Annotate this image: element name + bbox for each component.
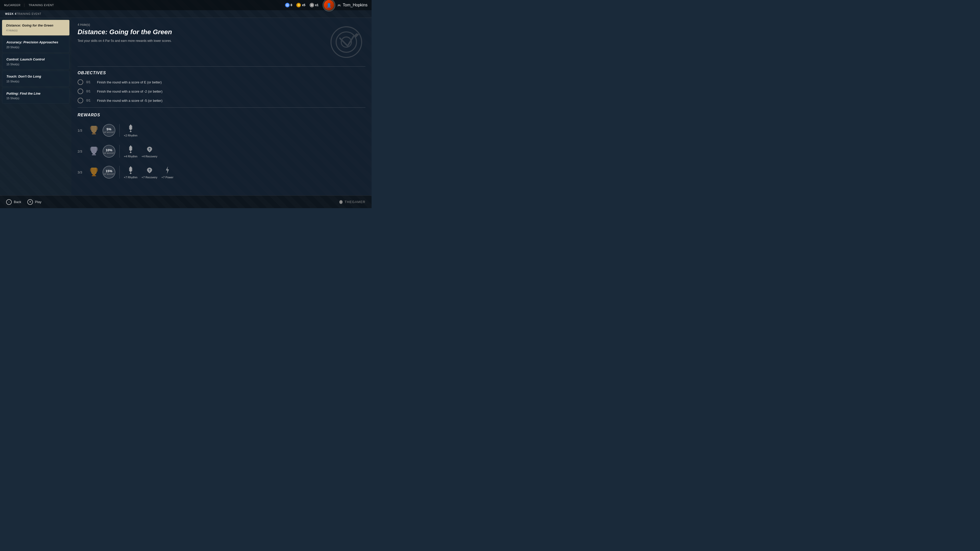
xp-badge-1: 10% XP BOOST <box>103 145 115 158</box>
back-button[interactable]: ○ Back <box>6 199 21 205</box>
reward-item-1-0: +4 Rhythm <box>124 144 138 158</box>
training-event-label: TRAINING EVENT <box>16 13 41 15</box>
sidebar-item-2[interactable]: Control: Launch Control 15 Shot(s) <box>2 54 69 70</box>
svg-rect-5 <box>93 132 95 133</box>
objective-1: 0/1 Finish the round with a score of -2 … <box>78 89 366 94</box>
bottom-buttons: ○ Back ✕ Play <box>6 199 41 205</box>
sidebar-item-4[interactable]: Putting: Find the Line 15 Shot(s) <box>2 88 69 104</box>
content-header: 4 Hole(s) Distance: Going for the Green … <box>78 23 366 61</box>
sidebar-item-sub-2: 15 Shot(s) <box>6 63 65 66</box>
user-info: 👤 🎮 Tom_Hopkins <box>323 0 368 11</box>
back-label: Back <box>14 200 21 204</box>
top-bar-right: V 8 🪙 x5 ★ x1 👤 🎮 Tom_Hopkins <box>285 0 368 11</box>
play-label: Play <box>35 200 41 204</box>
star-currency: ★ x1 <box>310 3 318 7</box>
xp-badge-2: 15% XP BOOST <box>103 166 115 179</box>
coin-currency: 🪙 x5 <box>296 3 305 7</box>
svg-rect-7 <box>93 153 95 154</box>
reward-text-2-1: +7 Recovery <box>142 176 158 179</box>
power-icon-2 <box>163 165 172 175</box>
brand-text: THEGAMER <box>345 200 366 204</box>
username: 🎮 Tom_Hopkins <box>337 3 368 7</box>
vc-count: 8 <box>291 3 293 7</box>
obj-circle-0 <box>78 79 83 85</box>
week-label: WEEK 4 <box>5 13 16 15</box>
avatar-inner: 👤 <box>324 0 334 10</box>
username-text: Tom_Hopkins <box>343 3 368 7</box>
objective-0: 0/1 Finish the round with a score of E (… <box>78 79 366 85</box>
event-icon <box>327 23 366 61</box>
reward-row-2: 3/3 15% XP BOOST <box>78 163 366 181</box>
xp-label-2: XP BOOST <box>104 173 115 175</box>
avatar: 👤 <box>323 0 335 11</box>
coin-icon: 🪙 <box>296 3 301 7</box>
sidebar-item-0[interactable]: Distance: Going for the Green 4 Hole(s) <box>2 20 69 35</box>
xp-pct-0: 5% <box>107 127 111 131</box>
sidebar-item-title-1: Accuracy: Precision Approaches <box>6 40 65 44</box>
xp-label-1: XP BOOST <box>104 152 115 154</box>
reward-text-2-0: +7 Rhythm <box>124 176 138 179</box>
content-info: 4 Hole(s) Distance: Going for the Green … <box>78 23 327 43</box>
vc-icon: V <box>285 3 290 7</box>
target-svg <box>330 25 363 59</box>
star-count: x1 <box>315 3 318 7</box>
main-layout: Distance: Going for the Green 4 Hole(s) … <box>0 18 372 195</box>
coin-count: x5 <box>302 3 305 7</box>
sidebar-item-title-3: Touch: Don't Go Long <box>6 75 65 79</box>
reward-tier-2: 3/3 <box>78 170 85 174</box>
sidebar-item-title-2: Control: Launch Control <box>6 57 65 62</box>
trophy-icon-1 <box>89 146 99 157</box>
reward-item-0-0: +2 Rhythm <box>124 124 138 137</box>
vc-currency: V 8 <box>285 3 293 7</box>
rewards-section: REWARDS 1/3 5% XP BOOST <box>78 113 366 181</box>
username-container: 🎮 Tom_Hopkins <box>337 3 368 7</box>
svg-rect-10 <box>93 174 95 175</box>
sidebar: Distance: Going for the Green 4 Hole(s) … <box>0 18 72 195</box>
nav-mycareer[interactable]: MyCAREER <box>4 3 21 6</box>
reward-item-2-2: +7 Power <box>162 165 173 179</box>
sidebar-item-title-0: Distance: Going for the Green <box>6 24 65 28</box>
reward-row-0: 1/3 5% XP BOOST <box>78 121 366 139</box>
svg-text:V: V <box>286 5 288 6</box>
obj-progress-2: 0/1 <box>86 99 94 102</box>
reward-text-2-2: +7 Power <box>162 176 173 179</box>
xp-pct-1: 10% <box>106 148 112 152</box>
brand-icon <box>339 200 343 204</box>
nav-training: TRAINING EVENT <box>29 3 54 6</box>
rhythm-icon-0 <box>126 124 135 133</box>
breadcrumb: MyCAREER │ TRAINING EVENT <box>4 3 54 6</box>
sidebar-item-sub-0: 4 Hole(s) <box>6 29 65 32</box>
reward-item-1-1: +4 Recovery <box>142 144 158 158</box>
event-desc: Test your skills on 4 Par 5s and earn mo… <box>78 38 231 43</box>
obj-circle-2 <box>78 98 83 103</box>
obj-text-0: Finish the round with a score of E (or b… <box>97 80 162 84</box>
obj-progress-0: 0/1 <box>86 80 94 84</box>
reward-tier-0: 1/3 <box>78 129 85 132</box>
star-icon: ★ <box>310 3 314 7</box>
recovery-icon-2 <box>145 165 154 175</box>
reward-text-1-1: +4 Recovery <box>142 155 158 158</box>
xp-pct-2: 15% <box>106 169 112 173</box>
svg-point-3 <box>336 32 356 52</box>
sidebar-item-3[interactable]: Touch: Don't Go Long 15 Shot(s) <box>2 71 69 87</box>
rhythm-icon-1 <box>126 144 135 154</box>
psn-icon: 🎮 <box>337 4 341 7</box>
obj-circle-1 <box>78 89 83 94</box>
reward-divider-1 <box>119 145 120 158</box>
rhythm-icon-2 <box>126 165 135 175</box>
reward-row-1: 2/3 10% XP BOOST <box>78 142 366 160</box>
event-title: Distance: Going for the Green <box>78 28 327 36</box>
obj-text-2: Finish the round with a score of -5 (or … <box>97 99 162 103</box>
reward-item-2-0: +7 Rhythm <box>124 165 138 179</box>
rewards-title: REWARDS <box>78 113 366 118</box>
reward-divider-0 <box>119 124 120 137</box>
play-icon: ✕ <box>27 199 33 205</box>
sidebar-item-sub-3: 15 Shot(s) <box>6 80 65 83</box>
bottom-bar: ○ Back ✕ Play THEGAMER <box>0 195 372 208</box>
sidebar-item-1[interactable]: Accuracy: Precision Approaches 20 Shot(s… <box>2 37 69 52</box>
svg-rect-11 <box>92 175 96 176</box>
holes-count: 4 Hole(s) <box>78 23 327 27</box>
play-button[interactable]: ✕ Play <box>27 199 41 205</box>
xp-label-0: XP BOOST <box>104 131 115 133</box>
svg-marker-13 <box>339 200 342 204</box>
